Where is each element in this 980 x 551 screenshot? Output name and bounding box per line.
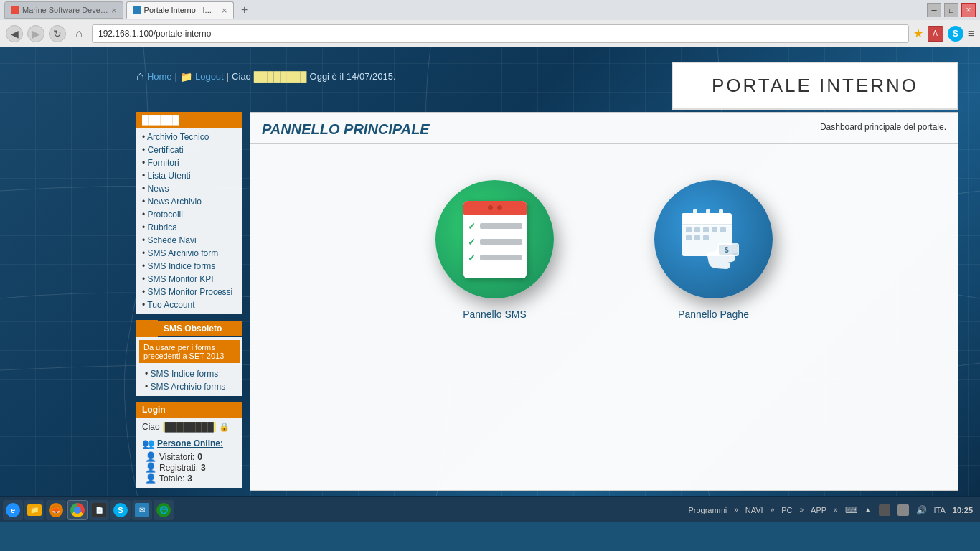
browser-chrome: Marine Software Develop... × Portale Int… [0, 0, 980, 551]
taskbar-chevron2: » [771, 506, 775, 514]
svg-rect-12 [686, 235, 692, 240]
obsoleto-warning-box: Da usare per i forms precedenti a SET 20… [139, 340, 240, 363]
home-link[interactable]: Home [147, 71, 172, 82]
sidebar-item-archivio-tecnico[interactable]: • Archivio Tecnico [136, 131, 242, 143]
svg-text:$: $ [725, 246, 729, 254]
pannello-sms-label[interactable]: Pannello SMS [463, 309, 527, 320]
minimize-button[interactable]: ─ [927, 3, 941, 17]
tab1-close[interactable]: × [111, 5, 117, 16]
tab2-close[interactable]: × [222, 5, 227, 16]
pannello-paghe-item[interactable]: $ Pannello Paghe [654, 180, 773, 320]
sidebar-item-sms-monitor-processi[interactable]: • SMS Monitor Processi [136, 286, 242, 298]
taskbar-globe-icon[interactable]: 🌐 [154, 500, 174, 520]
cast-icon[interactable]: A [928, 26, 943, 42]
sidebar-item-tuo-account[interactable]: • Tuo Account [136, 298, 242, 311]
svg-rect-7 [686, 227, 692, 232]
taskbar-skype-icon[interactable]: S [110, 500, 131, 520]
taskbar-sys-icon2 [897, 504, 909, 516]
sidebar-item-news-archivio[interactable]: • News Archivio [136, 195, 242, 208]
navi-label: NAVI [745, 506, 763, 514]
tab1-label: Marine Software Develop... [22, 6, 108, 14]
sidebar-item-sms-archivio-form[interactable]: • SMS Archivio form [136, 247, 242, 260]
separator2: | [227, 71, 229, 82]
login-ciao-text: Ciao [142, 422, 160, 432]
address-bar: ◀ ▶ ↻ ⌂ ★ A S ≡ [0, 20, 980, 47]
login-ciao-row: Ciao ████████ 🔒 [142, 422, 237, 432]
visitatori-label: Visitatori: [159, 452, 194, 462]
taskbar-app2-icon[interactable]: ✉ [132, 500, 152, 520]
visitatori-icon: 👤 [145, 451, 156, 462]
taskbar-up-arrow[interactable]: ▲ [864, 506, 872, 514]
sidebar-login: Login Ciao ████████ 🔒 👥 Perso [136, 402, 242, 488]
taskbar-keyboard-icon[interactable]: ⌨ [845, 505, 857, 515]
red-dot-1 [488, 205, 493, 210]
logout-icon: 📁 [180, 71, 192, 83]
taskbar: e 📁 🦊 📄 S [0, 496, 980, 522]
bookmark-star-icon[interactable]: ★ [913, 27, 923, 40]
totale-count: 3 [187, 474, 192, 484]
settings-icon[interactable]: ≡ [968, 27, 974, 40]
home-button[interactable]: ⌂ [70, 25, 88, 42]
taskbar-right-area: Programmi » NAVI » PC » APP » ⌨ ▲ 🔊 ITA … [681, 504, 980, 516]
sidebar-item-sms-monitor-kpi[interactable]: • SMS Monitor KPI [136, 273, 242, 286]
taskbar-chrome-icon[interactable] [67, 500, 88, 520]
totale-icon: 👤 [145, 473, 156, 484]
taskbar-ie-icon[interactable]: e [3, 500, 23, 520]
check-row-3: ✓ [468, 253, 522, 263]
skype-icon[interactable]: S [948, 26, 963, 42]
sidebar-item-protocolli[interactable]: • Protocolli [136, 208, 242, 221]
username-display: ████████ [254, 71, 307, 82]
sms-obsoleto-header: SMS Obsoleto [136, 320, 242, 337]
portal-title-box: PORTALE INTERNO [672, 62, 958, 110]
online-title-row: 👥 Persone Online: [142, 438, 237, 449]
sidebar-item-fornitori[interactable]: • Fornitori [136, 156, 242, 169]
maximize-button[interactable]: □ [944, 3, 958, 17]
registrati-row: 👤 Registrati: 3 [142, 462, 237, 473]
sidebar-obsoleto-indice-forms[interactable]: • SMS Indice forms [139, 367, 240, 380]
visitatori-count: 0 [197, 452, 202, 462]
sidebar-obsoleto-archivio-forms[interactable]: • SMS Archivio forms [139, 380, 240, 393]
taskbar-time: 10:25 [953, 506, 973, 514]
taskbar-folder-icon[interactable]: 📁 [24, 500, 44, 520]
sidebar-item-sms-indice-forms[interactable]: • SMS Indice forms [136, 260, 242, 273]
paghe-svg-icon: $ [674, 200, 753, 279]
sidebar-item-schede-navi[interactable]: • Schede Navi [136, 234, 242, 247]
address-input[interactable] [92, 24, 909, 43]
back-button[interactable]: ◀ [6, 25, 23, 42]
page-header: ⌂ Home | 📁 Logout | Ciao ████████ Oggi è… [136, 62, 958, 110]
svg-rect-5 [719, 209, 723, 219]
date-display: Oggi è il 14/07/2015. [310, 71, 396, 82]
panel-body: ✓ ✓ ✓ [250, 144, 958, 356]
taskbar-icons: e 📁 🦊 📄 S [0, 500, 176, 520]
greeting-text: Ciao [232, 71, 251, 82]
sidebar-item-news[interactable]: • News [136, 182, 242, 195]
panel-title: PANNELLO PRINCIPALE [262, 121, 430, 138]
pannello-paghe-label[interactable]: Pannello Paghe [678, 309, 749, 320]
sidebar-item-lista-utenti[interactable]: • Lista Utenti [136, 169, 242, 182]
pannello-sms-item[interactable]: ✓ ✓ ✓ [435, 180, 554, 320]
check-line-1 [480, 223, 522, 229]
registrati-icon: 👤 [145, 462, 156, 473]
lock-icon: 🔒 [219, 422, 230, 432]
taskbar-volume-icon[interactable]: 🔊 [916, 505, 927, 515]
totale-label: Totale: [159, 474, 184, 484]
taskbar-app1-icon[interactable]: 📄 [89, 500, 109, 520]
tab-active[interactable]: Portale Interno - I... × [126, 1, 234, 19]
forward-button[interactable]: ▶ [27, 25, 44, 42]
programs-label: Programmi [688, 506, 727, 514]
svg-rect-13 [694, 235, 700, 240]
checkmark-2: ✓ [468, 237, 476, 248]
taskbar-firefox-icon[interactable]: 🦊 [46, 500, 66, 520]
checklist-card: ✓ ✓ ✓ [463, 201, 527, 278]
portal-title: PORTALE INTERNO [712, 75, 918, 96]
logout-link[interactable]: Logout [195, 71, 224, 82]
close-button[interactable]: × [961, 3, 976, 17]
online-people-icon: 👥 [142, 438, 154, 449]
taskbar-sys-icon1 [879, 504, 890, 516]
tab-inactive[interactable]: Marine Software Develop... × [4, 1, 123, 19]
sidebar-item-rubrica[interactable]: • Rubrica [136, 221, 242, 234]
new-tab-button[interactable]: + [237, 2, 253, 18]
sidebar-item-certificati[interactable]: • Certificati [136, 143, 242, 156]
reload-button[interactable]: ↻ [49, 25, 66, 42]
panel-header: PANNELLO PRINCIPALE Dashboard principale… [250, 113, 958, 144]
